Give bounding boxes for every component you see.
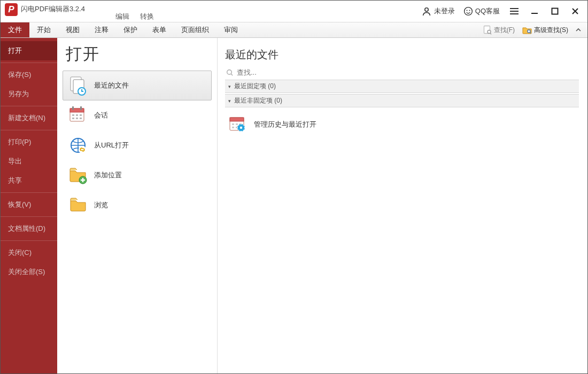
open-option-add-place[interactable]: 添加位置 <box>63 160 212 190</box>
chevron-down-icon: ▾ <box>228 98 231 104</box>
svg-rect-18 <box>72 118 74 119</box>
adv-find-button[interactable]: 高级查找(S) <box>519 26 571 35</box>
svg-rect-17 <box>80 114 82 116</box>
ribbon-tab-7[interactable]: 审阅 <box>216 22 245 37</box>
find-label: 查找(F) <box>494 26 515 35</box>
recent-title: 最近的文件 <box>225 48 579 62</box>
open-option-label: 添加位置 <box>94 170 122 180</box>
svg-point-1 <box>464 7 472 15</box>
sidebar-item-2[interactable]: 另存为 <box>1 84 57 104</box>
find-button[interactable]: 查找(F) <box>480 25 518 35</box>
sidebar-item-5[interactable]: 导出 <box>1 152 57 171</box>
open-option-url[interactable]: 从URL打开 <box>63 130 212 160</box>
search-row <box>225 67 579 80</box>
chevron-up-icon <box>575 27 582 33</box>
open-option-browse[interactable]: 浏览 <box>63 190 212 220</box>
ribbon-tab-3[interactable]: 注释 <box>87 22 116 37</box>
mode-tab-edit[interactable]: 编辑 <box>115 12 129 21</box>
manage-history-button[interactable]: 管理历史与最近打开 <box>225 108 579 141</box>
user-icon <box>421 6 432 17</box>
open-option-label: 浏览 <box>94 200 108 210</box>
ribbon-tab-5[interactable]: 表单 <box>145 22 174 37</box>
sidebar-separator <box>1 240 57 241</box>
maximize-button[interactable] <box>546 4 564 19</box>
open-option-session[interactable]: 会话 <box>63 100 212 130</box>
search-input[interactable] <box>237 68 578 76</box>
ribbon-tab-1[interactable]: 开始 <box>29 22 58 37</box>
smile-icon <box>463 6 473 16</box>
backstage-sidebar: 打开保存(S)另存为新建文档(N)打印(P)导出共享恢复(V)文档属性(D)关闭… <box>1 38 57 373</box>
mode-tab-convert[interactable]: 转换 <box>140 12 154 21</box>
sidebar-item-8[interactable]: 文档属性(D) <box>1 219 57 238</box>
group-unpinned[interactable]: ▾ 最近非固定项 (0) <box>225 94 579 107</box>
globe-icon <box>67 135 89 156</box>
svg-rect-16 <box>76 114 78 116</box>
svg-rect-13 <box>72 106 74 110</box>
qq-label: QQ客服 <box>475 6 500 16</box>
svg-rect-19 <box>76 118 78 119</box>
svg-point-3 <box>469 10 470 11</box>
svg-rect-12 <box>70 108 84 112</box>
history-gear-icon <box>227 114 249 135</box>
chevron-down-icon: ▾ <box>228 84 231 89</box>
svg-rect-26 <box>230 118 244 121</box>
sidebar-separator <box>1 130 57 130</box>
find-icon <box>483 25 492 35</box>
svg-rect-28 <box>236 123 238 125</box>
menu-button[interactable] <box>505 4 523 19</box>
open-title: 打开 <box>66 43 217 65</box>
ribbon-tab-2[interactable]: 视图 <box>58 22 87 37</box>
add-folder-icon <box>67 165 89 186</box>
sidebar-separator <box>1 192 57 193</box>
svg-point-33 <box>240 127 242 129</box>
sidebar-separator <box>1 63 57 63</box>
qq-support-button[interactable]: QQ客服 <box>460 4 503 18</box>
login-label: 未登录 <box>434 6 455 16</box>
group-pinned[interactable]: ▾ 最近固定项 (0) <box>225 80 579 93</box>
svg-point-0 <box>425 8 428 11</box>
group-unpinned-label: 最近非固定项 (0) <box>234 96 282 105</box>
recent-panel: 最近的文件 ▾ 最近固定项 (0) ▾ 最近非固定项 (0) 管理历史与最近打开 <box>218 38 587 373</box>
svg-rect-14 <box>80 106 82 110</box>
collapse-ribbon-button[interactable] <box>572 27 584 33</box>
ribbon: 文件开始视图注释保护表单页面组织审阅 查找(F) 高级查找(S) <box>1 22 587 38</box>
folder-search-icon <box>522 26 532 34</box>
svg-rect-27 <box>232 123 234 125</box>
sidebar-item-7[interactable]: 恢复(V) <box>1 195 57 214</box>
minimize-button[interactable] <box>525 4 544 19</box>
sidebar-item-3[interactable]: 新建文档(N) <box>1 108 57 128</box>
sidebar-item-6[interactable]: 共享 <box>1 171 57 190</box>
group-pinned-label: 最近固定项 (0) <box>234 82 276 91</box>
close-button[interactable] <box>566 4 584 19</box>
maximize-icon <box>551 7 559 15</box>
ribbon-tab-6[interactable]: 页面组织 <box>174 22 216 37</box>
svg-point-24 <box>227 69 232 74</box>
svg-rect-4 <box>552 9 558 14</box>
svg-rect-15 <box>72 114 74 116</box>
session-icon <box>67 105 89 126</box>
svg-point-2 <box>466 10 467 11</box>
login-button[interactable]: 未登录 <box>418 4 458 19</box>
sidebar-item-10[interactable]: 关闭全部(S) <box>1 262 57 282</box>
open-option-label: 会话 <box>94 111 108 120</box>
svg-point-22 <box>79 146 86 153</box>
close-icon <box>571 7 579 15</box>
ribbon-tab-4[interactable]: 保护 <box>116 22 145 37</box>
sidebar-item-1[interactable]: 保存(S) <box>1 65 57 84</box>
app-logo: P <box>5 3 18 16</box>
app-title: 闪电PDF编辑器3.2.4 <box>21 4 85 14</box>
sidebar-item-0[interactable]: 打开 <box>1 41 57 60</box>
minimize-icon <box>530 7 539 15</box>
history-label: 管理历史与最近打开 <box>254 120 316 129</box>
sidebar-item-4[interactable]: 打印(P) <box>1 133 57 152</box>
open-option-label: 从URL打开 <box>94 141 129 150</box>
search-icon <box>226 69 234 76</box>
open-option-recent[interactable]: 最近的文件 <box>63 71 212 100</box>
adv-find-label: 高级查找(S) <box>534 26 568 35</box>
sidebar-item-9[interactable]: 关闭(C) <box>1 243 57 262</box>
folder-icon <box>67 194 89 216</box>
sidebar-separator <box>1 216 57 217</box>
svg-point-6 <box>488 30 491 34</box>
ribbon-tab-0[interactable]: 文件 <box>1 22 29 37</box>
menu-icon <box>509 7 519 15</box>
